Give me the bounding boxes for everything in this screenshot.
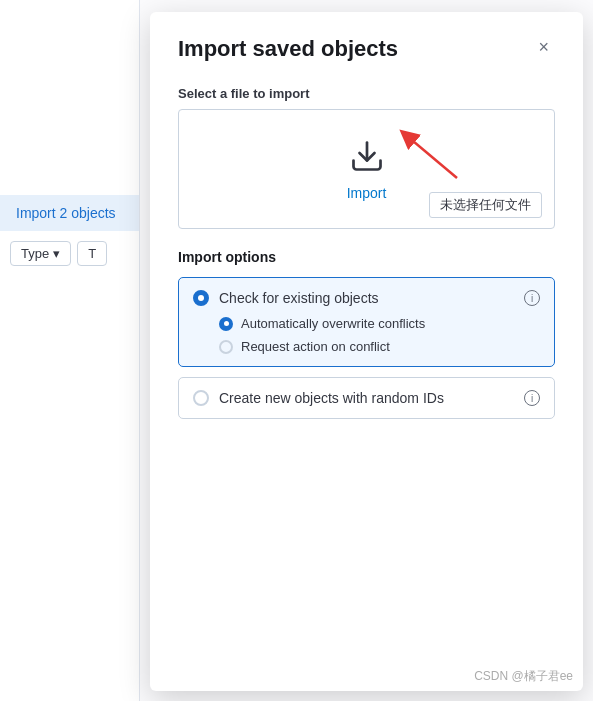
file-status-button[interactable]: 未选择任何文件 xyxy=(429,192,542,218)
sub-option1-radio[interactable] xyxy=(219,317,233,331)
sidebar: Import 2 objects Type ▾ T xyxy=(0,0,140,701)
import-modal: Import saved objects × Select a file to … xyxy=(150,12,583,691)
sub-radio-inner1 xyxy=(224,321,229,326)
sub-option-overwrite[interactable]: Automatically overwrite conflicts xyxy=(219,316,540,331)
chevron-down-icon: ▾ xyxy=(53,246,60,261)
sub-option2-radio[interactable] xyxy=(219,340,233,354)
option-create-new[interactable]: Create new objects with random IDs i xyxy=(178,377,555,419)
option2-left: Create new objects with random IDs xyxy=(193,390,444,406)
sub-options: Automatically overwrite conflicts Reques… xyxy=(219,316,540,354)
option1-left: Check for existing objects xyxy=(193,290,379,306)
import-link[interactable]: Import xyxy=(347,185,387,201)
sub-option2-label: Request action on conflict xyxy=(241,339,390,354)
file-drop-area[interactable]: Import 未选择任何文件 xyxy=(178,109,555,229)
option1-info-icon[interactable]: i xyxy=(524,290,540,306)
main-content: Import saved objects × Select a file to … xyxy=(140,0,593,701)
modal-title: Import saved objects xyxy=(178,36,398,62)
watermark: CSDN @橘子君ee xyxy=(474,668,573,685)
option2-info-icon[interactable]: i xyxy=(524,390,540,406)
option1-radio[interactable] xyxy=(193,290,209,306)
file-section-label: Select a file to import xyxy=(178,86,555,101)
option2-label: Create new objects with random IDs xyxy=(219,390,444,406)
type-filter-button[interactable]: Type ▾ xyxy=(10,241,71,266)
modal-header: Import saved objects × xyxy=(178,36,555,62)
option1-row: Check for existing objects i xyxy=(193,290,540,306)
search-filter-button[interactable]: T xyxy=(77,241,107,266)
upload-icon xyxy=(349,138,385,179)
svg-line-1 xyxy=(407,136,457,178)
option2-row: Create new objects with random IDs i xyxy=(193,390,540,406)
sub-option1-label: Automatically overwrite conflicts xyxy=(241,316,425,331)
option1-label: Check for existing objects xyxy=(219,290,379,306)
option2-radio[interactable] xyxy=(193,390,209,406)
option-check-existing[interactable]: Check for existing objects i Automatical… xyxy=(178,277,555,367)
radio-inner xyxy=(198,295,204,301)
sidebar-filter-row: Type ▾ T xyxy=(0,231,139,276)
close-button[interactable]: × xyxy=(532,36,555,58)
sidebar-item-import[interactable]: Import 2 objects xyxy=(0,195,139,231)
sub-option-request[interactable]: Request action on conflict xyxy=(219,339,540,354)
annotation-arrow xyxy=(397,128,477,192)
options-label: Import options xyxy=(178,249,555,265)
